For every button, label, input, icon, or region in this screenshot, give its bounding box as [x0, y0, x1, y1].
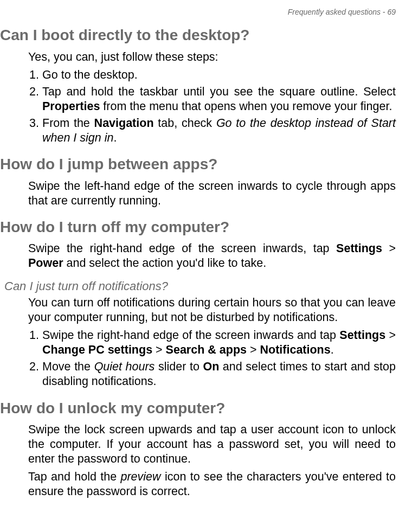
bold-text: Search & apps: [166, 343, 247, 356]
list-item: Swipe the right-hand edge of the screen …: [42, 328, 396, 357]
bold-text: Settings: [339, 329, 385, 342]
list-item: Go to the desktop.: [42, 68, 396, 82]
bold-text: Settings: [336, 242, 382, 255]
text-run: .: [113, 131, 117, 144]
text-run: and select the action you'd like to take…: [63, 257, 267, 270]
list-item: Tap and hold the taskbar until you see t…: [42, 85, 396, 114]
bold-text: Properties: [42, 100, 100, 113]
text-run: From the: [42, 117, 94, 130]
bold-text: Navigation: [94, 117, 154, 130]
bold-text: On: [203, 360, 219, 373]
paragraph: You can turn off notifications during ce…: [28, 296, 396, 325]
text-run: Move the: [42, 360, 94, 373]
page-header: Frequently asked questions - 69: [0, 8, 396, 16]
bold-text: Change PC settings: [42, 343, 152, 356]
text-run: >: [382, 242, 396, 255]
text-run: Swipe the right-hand edge of the screen …: [42, 329, 339, 342]
paragraph: Swipe the right-hand edge of the screen …: [28, 241, 396, 271]
italic-text: preview: [120, 470, 160, 483]
heading-turn-off: How do I turn off my computer?: [0, 218, 396, 236]
paragraph: Yes, you can, just follow these steps:: [28, 50, 396, 65]
text-run: from the menu that opens when you remove…: [100, 100, 392, 113]
paragraph: Tap and hold the preview icon to see the…: [28, 470, 396, 499]
document-page: Frequently asked questions - 69 Can I bo…: [0, 0, 412, 532]
list-item: From the Navigation tab, check Go to the…: [42, 116, 396, 145]
text-run: Tap and hold the taskbar until you see t…: [42, 85, 396, 98]
bold-text: Power: [28, 257, 63, 270]
heading-unlock: How do I unlock my computer?: [0, 399, 396, 418]
text-run: slider to: [154, 360, 203, 373]
italic-text: Quiet hours: [94, 360, 155, 373]
ordered-list: Go to the desktop. Tap and hold the task…: [28, 68, 396, 145]
heading-jump-apps: How do I jump between apps?: [0, 155, 396, 174]
bold-text: Notifications: [260, 343, 331, 356]
heading-boot-desktop: Can I boot directly to the desktop?: [0, 26, 396, 44]
paragraph: Swipe the left-hand edge of the screen i…: [28, 179, 396, 208]
ordered-list: Swipe the right-hand edge of the screen …: [28, 328, 396, 389]
subheading-notifications: Can I just turn off notifications?: [4, 279, 396, 294]
text-run: >: [385, 329, 396, 342]
text-run: Swipe the right-hand edge of the screen …: [28, 242, 336, 255]
text-run: .: [331, 343, 334, 356]
text-run: >: [152, 343, 166, 356]
text-run: >: [247, 343, 260, 356]
paragraph: Swipe the lock screen upwards and tap a …: [28, 422, 396, 466]
text-run: tab, check: [154, 117, 216, 130]
list-item: Move the Quiet hours slider to On and se…: [42, 360, 396, 389]
text-run: Tap and hold the: [28, 470, 120, 483]
